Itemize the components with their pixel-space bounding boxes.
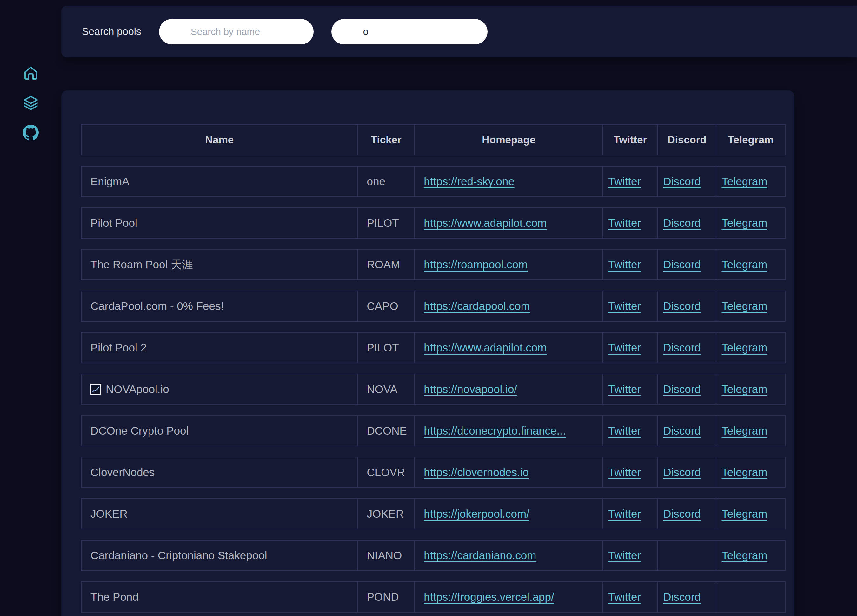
chart-increasing-icon <box>90 384 101 395</box>
pool-twitter-cell: Twitter <box>603 457 658 488</box>
homepage-link[interactable]: https://novapool.io/ <box>424 383 517 395</box>
pool-twitter-cell: Twitter <box>603 207 658 239</box>
twitter-link[interactable]: Twitter <box>608 508 641 520</box>
pool-twitter-cell: Twitter <box>603 581 658 613</box>
table-row: CardaPool.com - 0% Fees! CAPO https://ca… <box>81 290 786 322</box>
discord-link[interactable]: Discord <box>663 341 701 354</box>
pool-homepage-cell: https://www.adapilot.com <box>415 332 603 363</box>
telegram-link[interactable]: Telegram <box>721 383 767 395</box>
twitter-link[interactable]: Twitter <box>608 175 641 187</box>
pool-name-cell: EnigmA <box>81 166 358 197</box>
pool-name: NOVApool.io <box>106 383 169 395</box>
pool-twitter-cell: Twitter <box>603 332 658 363</box>
telegram-link[interactable]: Telegram <box>721 549 767 562</box>
pool-homepage-cell: https://clovernodes.io <box>415 457 603 488</box>
telegram-link[interactable]: Telegram <box>721 217 767 229</box>
pool-telegram-cell: Telegram <box>716 540 786 571</box>
pools-table-card: Name Ticker Homepage Twitter Discord Tel… <box>61 90 795 616</box>
pool-discord-cell: Discord <box>658 249 716 280</box>
telegram-link[interactable]: Telegram <box>721 341 767 354</box>
discord-link[interactable]: Discord <box>663 466 701 479</box>
homepage-link[interactable]: https://dconecrypto.finance... <box>424 425 566 437</box>
homepage-link[interactable]: https://red-sky.one <box>424 175 514 187</box>
discord-link[interactable]: Discord <box>663 258 701 270</box>
header-homepage: Homepage <box>415 124 603 156</box>
pool-ticker-cell: ROAM <box>358 249 415 280</box>
pool-twitter-cell: Twitter <box>603 540 658 571</box>
discord-link[interactable]: Discord <box>663 591 701 603</box>
pool-name-cell: Cardaniano - Criptoniano Stakepool <box>81 540 358 571</box>
table-row: The Pond POND https://froggies.vercel.ap… <box>81 581 786 613</box>
homepage-link[interactable]: https://froggies.vercel.app/ <box>424 591 554 603</box>
homepage-link[interactable]: https://cardaniano.com <box>424 549 536 562</box>
pool-ticker-cell: CAPO <box>358 290 415 322</box>
twitter-link[interactable]: Twitter <box>608 300 641 312</box>
homepage-link[interactable]: https://www.adapilot.com <box>424 341 546 354</box>
twitter-link[interactable]: Twitter <box>608 425 641 437</box>
pool-twitter-cell: Twitter <box>603 374 658 405</box>
search-panel: Search pools <box>61 6 857 57</box>
homepage-link[interactable]: https://cardapool.com <box>424 300 530 312</box>
pool-ticker-cell: NOVA <box>358 374 415 405</box>
twitter-link[interactable]: Twitter <box>608 258 641 270</box>
pool-name-cell: DCOne Crypto Pool <box>81 415 358 446</box>
header-telegram: Telegram <box>716 124 786 156</box>
discord-link[interactable]: Discord <box>663 217 701 229</box>
pools-table-header: Name Ticker Homepage Twitter Discord Tel… <box>81 124 786 156</box>
twitter-link[interactable]: Twitter <box>608 466 641 479</box>
github-icon <box>23 125 39 140</box>
header-name: Name <box>81 124 358 156</box>
pools-table: Name Ticker Homepage Twitter Discord Tel… <box>81 114 786 616</box>
pool-name-cell: Pilot Pool 2 <box>81 332 358 363</box>
homepage-link[interactable]: https://jokerpool.com/ <box>424 508 529 520</box>
telegram-link[interactable]: Telegram <box>721 300 767 312</box>
twitter-link[interactable]: Twitter <box>608 383 641 395</box>
homepage-link[interactable]: https://roampool.com <box>424 258 528 270</box>
twitter-link[interactable]: Twitter <box>608 341 641 354</box>
discord-link[interactable]: Discord <box>663 300 701 312</box>
pool-homepage-cell: https://red-sky.one <box>415 166 603 197</box>
pools-table-body: EnigmA one https://red-sky.one Twitter D… <box>81 166 786 613</box>
twitter-link[interactable]: Twitter <box>608 591 641 603</box>
sidebar-item-pools[interactable] <box>23 95 39 111</box>
discord-link[interactable]: Discord <box>663 508 701 520</box>
sidebar-item-home[interactable] <box>23 65 39 81</box>
pool-ticker-cell: DCONE <box>358 415 415 446</box>
pool-ticker-cell: JOKER <box>358 498 415 530</box>
pool-ticker-cell: PILOT <box>358 207 415 239</box>
pool-telegram-cell: Telegram <box>716 374 786 405</box>
pool-discord-cell: Discord <box>658 166 716 197</box>
twitter-link[interactable]: Twitter <box>608 549 641 562</box>
pool-ticker-cell: PILOT <box>358 332 415 363</box>
table-row: EnigmA one https://red-sky.one Twitter D… <box>81 166 786 197</box>
homepage-link[interactable]: https://www.adapilot.com <box>424 217 546 229</box>
discord-link[interactable]: Discord <box>663 175 701 187</box>
homepage-link[interactable]: https://clovernodes.io <box>424 466 529 479</box>
pool-name: The Pond <box>90 591 139 603</box>
pool-name-cell: The Pond <box>81 581 358 613</box>
search-by-name-input[interactable] <box>159 19 314 45</box>
telegram-link[interactable]: Telegram <box>721 258 767 270</box>
pool-telegram-cell: Telegram <box>716 166 786 197</box>
pool-telegram-cell: Telegram <box>716 249 786 280</box>
telegram-link[interactable]: Telegram <box>721 508 767 520</box>
pool-telegram-cell <box>716 581 786 613</box>
telegram-link[interactable]: Telegram <box>721 175 767 187</box>
pool-name: CardaPool.com - 0% Fees! <box>90 300 224 312</box>
pool-discord-cell: Discord <box>658 457 716 488</box>
pool-twitter-cell: Twitter <box>603 249 658 280</box>
pool-homepage-cell: https://cardapool.com <box>415 290 603 322</box>
discord-link[interactable]: Discord <box>663 383 701 395</box>
table-row: JOKER JOKER https://jokerpool.com/ Twitt… <box>81 498 786 530</box>
telegram-link[interactable]: Telegram <box>721 425 767 437</box>
sidebar-item-github[interactable] <box>23 125 39 140</box>
search-by-ticker-input[interactable] <box>331 19 487 45</box>
twitter-link[interactable]: Twitter <box>608 217 641 229</box>
pool-name: Pilot Pool 2 <box>90 341 147 354</box>
pool-name-cell: The Roam Pool 天涯 <box>81 249 358 280</box>
pool-twitter-cell: Twitter <box>603 415 658 446</box>
discord-link[interactable]: Discord <box>663 425 701 437</box>
telegram-link[interactable]: Telegram <box>721 466 767 479</box>
table-row: DCOne Crypto Pool DCONE https://dconecry… <box>81 415 786 446</box>
table-row: NOVApool.io NOVA https://novapool.io/ Tw… <box>81 374 786 405</box>
